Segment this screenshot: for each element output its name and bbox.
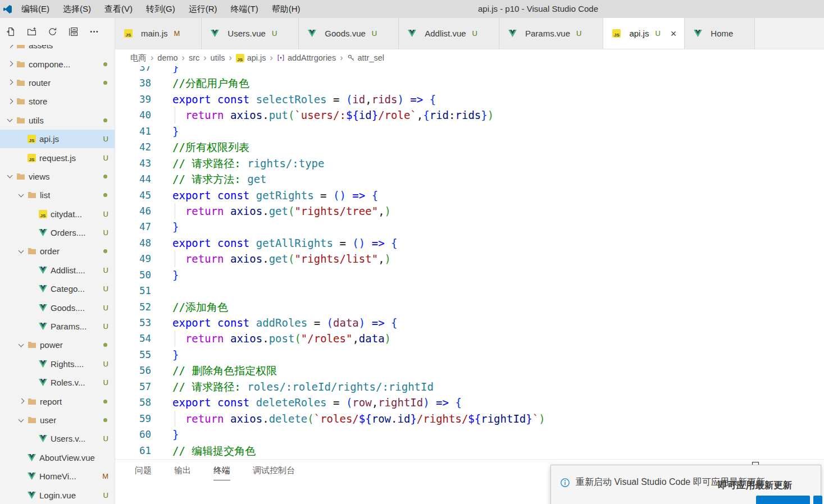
more-actions-button[interactable] (89, 26, 99, 36)
code-line[interactable]: 48export const getAllRights = () => { (115, 235, 824, 251)
code-token: id (397, 413, 410, 425)
tab-Goods.vue[interactable]: Goods.vueU (299, 18, 399, 49)
breadcrumb-item[interactable]: 电商 (130, 53, 147, 63)
code-line[interactable]: 47} (115, 219, 824, 235)
tree-item-router[interactable]: router (0, 74, 115, 92)
tree-item-Users.v...[interactable]: Users.v...U (0, 429, 115, 448)
code-line[interactable]: 46 return axios.get("rights/tree",) (115, 203, 824, 219)
code-token: get (269, 205, 288, 217)
menu-item[interactable]: 运行(R) (182, 0, 224, 18)
tree-item-AboutView.vue[interactable]: AboutView.vue (0, 448, 115, 467)
menu-item[interactable]: 查看(V) (98, 0, 139, 18)
code-line[interactable]: 38//分配用户角色 (115, 75, 824, 91)
line-number: 41 (115, 123, 151, 139)
menu-item[interactable]: 终端(T) (224, 0, 265, 18)
code-line[interactable]: 41} (115, 123, 824, 139)
tree-item-Catego...[interactable]: Catego...U (0, 280, 115, 298)
code-token: id (352, 93, 365, 106)
code-line[interactable]: 57// 请求路径: roles/:roleId/rights/:rightId (115, 379, 824, 395)
tree-item-views[interactable]: views (0, 167, 115, 186)
breadcrumb-item[interactable]: attr_sel (347, 53, 385, 62)
code-text: } (151, 66, 179, 75)
breadcrumb-item[interactable]: src (189, 53, 199, 62)
panel-tab-问题[interactable]: 问题 (135, 465, 152, 480)
tree-item-Addlist....[interactable]: Addlist....U (0, 261, 115, 280)
code-line[interactable]: 59 return axios.delete(`roles/${row.id}/… (115, 411, 824, 427)
code-line[interactable]: 58export const deleteRoles = (row,rightI… (115, 395, 824, 410)
tree-item-request.js[interactable]: JSrequest.jsU (0, 148, 115, 167)
code-token (449, 396, 455, 409)
code-line[interactable]: 39export const selectRoles = (id,rids) =… (115, 91, 824, 107)
code-line[interactable]: 43// 请求路径: rights/:type (115, 155, 824, 171)
breadcrumb-item[interactable]: JSapi.js (236, 53, 266, 62)
chevron-right-icon (6, 78, 15, 87)
tree-item-Roles.v...[interactable]: Roles.v...U (0, 373, 115, 392)
panel-tab-调试控制台[interactable]: 调试控制台 (253, 465, 295, 480)
menu-item[interactable]: 帮助(H) (265, 0, 307, 18)
code-editor[interactable]: 37}38//分配用户角色39export const selectRoles … (115, 66, 824, 459)
code-line[interactable]: 53export const addRoles = (data) => { (115, 315, 824, 331)
tree-item-utils[interactable]: utils (0, 111, 115, 130)
code-line[interactable]: 56// 删除角色指定权限 (115, 363, 824, 378)
refresh-button[interactable] (47, 26, 57, 36)
code-line[interactable]: 60} (115, 427, 824, 442)
tree-item-power[interactable]: power (0, 336, 115, 354)
tree-item-assets[interactable]: assets (0, 45, 115, 54)
tab-main.js[interactable]: JSmain.jsM (115, 18, 202, 49)
tree-item-user[interactable]: user (0, 411, 115, 429)
panel-tab-输出[interactable]: 输出 (174, 465, 191, 480)
code-text: return axios.put(`users/:${id}/role`,{ri… (151, 107, 494, 123)
tab-Addlist.vue[interactable]: Addlist.vueU (399, 18, 499, 49)
collapse-folders-button[interactable] (68, 26, 78, 36)
tree-item-Rights....[interactable]: Rights....U (0, 355, 115, 373)
git-status-badge: U (103, 322, 108, 331)
menu-item[interactable]: 选择(S) (56, 0, 98, 18)
code-line[interactable]: 42//所有权限列表 (115, 139, 824, 155)
code-token: "rights/tree" (294, 205, 378, 217)
breadcrumb-item[interactable]: utils (211, 53, 225, 62)
close-icon[interactable]: × (671, 29, 677, 39)
tab-Params.vue[interactable]: Params.vueU (499, 18, 603, 49)
code-line[interactable]: 51 (115, 283, 824, 299)
git-change-dot (103, 249, 107, 253)
tree-item-Orders....[interactable]: Orders....U (0, 223, 115, 242)
code-line[interactable]: 40 return axios.put(`users/:${id}/role`,… (115, 107, 824, 123)
notification-ghost-text: 即可应用最新更新 (718, 479, 792, 492)
code-line[interactable]: 37} (115, 66, 824, 75)
tab-Home[interactable]: Home (685, 18, 755, 49)
tree-item-list[interactable]: list (0, 186, 115, 204)
tab-Users.vue[interactable]: Users.vueU (202, 18, 299, 49)
notification-secondary-button[interactable] (813, 496, 822, 504)
code-line[interactable]: 52//添加角色 (115, 299, 824, 315)
tree-item-Login.vue[interactable]: Login.vueU (0, 485, 115, 504)
breadcrumb-item[interactable]: addAttrgories (277, 53, 336, 62)
code-line[interactable]: 50} (115, 267, 824, 283)
tree-item-Params...[interactable]: Params...U (0, 317, 115, 336)
code-line[interactable]: 44// 请求方法: get (115, 171, 824, 187)
tree-item-Goods....[interactable]: Goods....U (0, 298, 115, 317)
tree-item-report[interactable]: report (0, 392, 115, 410)
code-line[interactable]: 49 return axios.get("rights/list",) (115, 251, 824, 267)
tree-item-citydat...[interactable]: JScitydat...U (0, 205, 115, 223)
new-file-button[interactable] (6, 26, 16, 36)
tree-item-api.js[interactable]: JSapi.jsU (0, 130, 115, 148)
tree-item-label: assets (29, 45, 53, 50)
menu-item[interactable]: 编辑(E) (15, 0, 56, 18)
code-token: } (172, 349, 179, 361)
tree-item-order[interactable]: order (0, 242, 115, 260)
tree-item-compone...[interactable]: compone... (0, 54, 115, 73)
tree-item-store[interactable]: store (0, 92, 115, 111)
code-line[interactable]: 54 return axios.post("/roles",data) (115, 331, 824, 346)
code-token: axios (230, 332, 262, 345)
new-folder-button[interactable] (26, 26, 37, 36)
notification-action-button[interactable] (756, 496, 810, 504)
menu-item[interactable]: 转到(G) (139, 0, 182, 18)
menubar: 编辑(E)选择(S)查看(V)转到(G)运行(R)终端(T)帮助(H) api.… (0, 0, 824, 18)
panel-tab-终端[interactable]: 终端 (213, 465, 230, 480)
breadcrumb-item[interactable]: demo (157, 53, 177, 62)
tree-item-HomeVi...[interactable]: HomeVi...M (0, 467, 115, 485)
code-line[interactable]: 55} (115, 347, 824, 363)
tab-api.js[interactable]: JSapi.jsU× (603, 18, 685, 49)
code-line[interactable]: 45export const getRights = () => { (115, 187, 824, 203)
code-line[interactable]: 61// 编辑提交角色 (115, 443, 824, 459)
